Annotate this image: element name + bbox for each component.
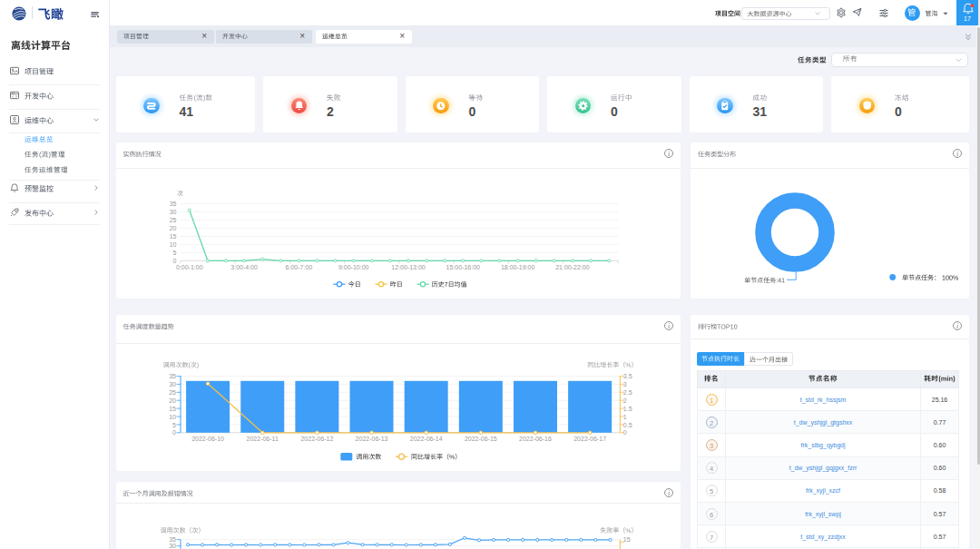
svg-text:3:00-4:00: 3:00-4:00 [230,264,258,270]
svg-text:15: 15 [169,233,176,240]
svg-text:2022-06-15: 2022-06-15 [464,436,496,442]
svg-text:10: 10 [169,414,176,420]
svg-text:10: 10 [169,241,176,248]
svg-text:2022-06-16: 2022-06-16 [519,436,552,442]
svg-text:25: 25 [169,217,176,223]
svg-text:2022-06-17: 2022-06-17 [573,436,606,442]
svg-text:20: 20 [169,397,176,404]
svg-text:25: 25 [169,389,176,396]
svg-text:2022-06-14: 2022-06-14 [409,436,442,442]
svg-text:30: 30 [169,543,176,549]
svg-text:2022-06-11: 2022-06-11 [246,436,278,442]
svg-text:1.5: 1.5 [622,406,632,412]
svg-text:5: 5 [172,250,176,256]
svg-text:18:00-19:00: 18:00-19:00 [500,264,534,270]
svg-text:9:00-10:00: 9:00-10:00 [338,264,368,270]
svg-text:3.5: 3.5 [622,373,632,379]
svg-text:35: 35 [169,373,176,379]
svg-text:0.5: 0.5 [622,422,632,428]
svg-text:2022-06-13: 2022-06-13 [355,436,387,442]
svg-text:15: 15 [169,406,176,412]
svg-text:20: 20 [169,225,176,231]
svg-text:2022-06-10: 2022-06-10 [191,436,224,442]
svg-text:30: 30 [169,209,176,215]
svg-text:5: 5 [172,422,176,428]
svg-text:12:00-13:00: 12:00-13:00 [391,264,425,270]
svg-text:2.5: 2.5 [622,389,632,396]
svg-text:15:00-16:00: 15:00-16:00 [446,264,479,270]
svg-text:30: 30 [169,381,176,387]
svg-text:6:00-7:00: 6:00-7:00 [285,264,312,270]
svg-text:35: 35 [169,536,176,543]
svg-text:0:00-1:00: 0:00-1:00 [176,264,203,270]
svg-text:0: 0 [172,429,176,436]
svg-text:21:00-22:00: 21:00-22:00 [555,264,589,270]
svg-text:15: 15 [622,536,630,543]
svg-text:2022-06-12: 2022-06-12 [300,436,333,442]
svg-text:35: 35 [169,201,176,207]
